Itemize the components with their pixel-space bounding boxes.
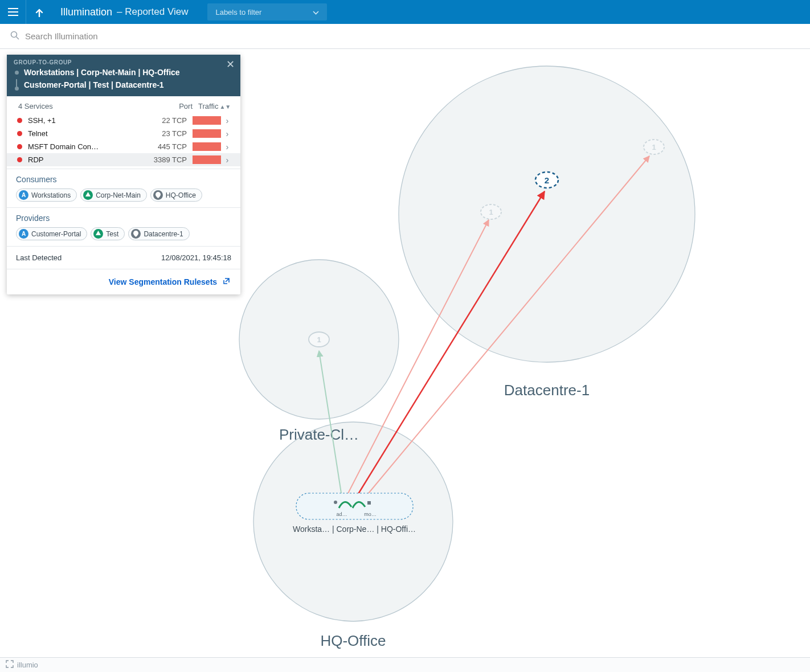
provider-chip[interactable]: Test [91,227,125,240]
page-title: Illumination [52,6,112,18]
location-label-hq-office: HQ-Office [320,632,386,649]
chip-label: Test [106,230,118,238]
service-port: 3389 TCP [144,155,193,164]
chip-label: Datacentre-1 [144,230,183,238]
status-dot-icon [17,131,22,136]
sort-icon: ▲▼ [219,104,231,110]
brand-label: illumio [17,661,38,669]
location-label-datacentre-1: Datacentre-1 [504,382,590,399]
svg-text:mo…: mo… [364,511,377,517]
providers-heading: Providers [16,214,231,223]
svg-text:ad…: ad… [336,511,347,517]
search-row [0,24,810,49]
svg-point-10 [334,501,337,504]
search-input[interactable] [25,31,253,41]
status-dot-icon [17,118,22,123]
svg-point-0 [11,32,17,38]
panel-caption: GROUP-TO-GROUP [14,59,234,65]
workload-node-2[interactable]: 2 [535,172,558,188]
col-traffic[interactable]: Traffic▲▼ [198,102,232,110]
menu-button[interactable] [0,0,26,24]
last-detected-value: 12/08/2021, 19:45:18 [161,253,231,262]
service-row[interactable]: Telnet 23 TCP › [7,127,240,140]
illumination-map[interactable]: Datacentre-1 Private-Cl… HQ-Office 2 1 1… [0,49,810,657]
service-row[interactable]: SSH, +1 22 TCP › [7,114,240,127]
topbar: Illumination – Reported View Labels to f… [0,0,810,24]
dest-endpoint: Customer-Portal | Test | Datacentre-1 [24,80,164,89]
chip-label: Customer-Portal [31,230,81,238]
filter-placeholder: Labels to filter [215,8,261,17]
traffic-bar [193,142,221,151]
consumers-heading: Consumers [16,175,231,184]
chip-label: HQ-Office [166,191,196,199]
svg-text:Worksta… | Corp-Ne… | HQ-Offi…: Worksta… | Corp-Ne… | HQ-Offi… [293,525,416,534]
last-detected-label: Last Detected [16,253,62,262]
status-dot-icon [17,157,22,162]
service-port: 22 TCP [144,116,193,125]
svg-text:1: 1 [652,143,656,151]
workload-node-pc1[interactable]: 1 [309,332,329,347]
consumer-chip[interactable]: HQ-Office [150,189,202,202]
service-row[interactable]: RDP 3389 TCP › [7,153,240,166]
location-circle-hq-office[interactable] [253,422,453,621]
chevron-right-icon[interactable]: › [221,129,234,138]
chevron-right-icon[interactable]: › [221,142,234,151]
provider-chip[interactable]: ACustomer-Portal [16,227,87,240]
svg-text:2: 2 [545,175,549,185]
service-port: 23 TCP [144,129,193,138]
provider-chip[interactable]: Datacentre-1 [128,227,189,240]
chevron-down-icon [313,8,319,17]
workload-group-hq[interactable]: ad… mo… Worksta… | Corp-Ne… | HQ-Offi… [293,493,416,534]
workload-node-1a[interactable]: 1 [481,204,501,219]
location-circle-datacentre-1[interactable] [399,66,695,362]
close-panel-button[interactable]: ✕ [226,58,235,71]
location-label-private-cloud: Private-Cl… [279,426,359,443]
service-name: RDP [28,155,144,164]
status-dot-icon [17,144,22,149]
service-name: MSFT Domain Con… [28,142,144,151]
services-count: 4 Services [18,102,149,110]
page-subtitle: – Reported View [112,6,188,18]
group-to-group-panel: GROUP-TO-GROUP Workstations | Corp-Net-M… [7,55,240,294]
view-rulesets-link[interactable]: View Segmentation Rulesets [109,277,230,286]
workload-node-1b[interactable]: 1 [644,140,664,154]
consumer-chip[interactable]: Corp-Net-Main [80,189,147,202]
back-button[interactable] [26,0,52,24]
service-name: Telnet [28,129,144,138]
service-row[interactable]: MSFT Domain Con… 445 TCP › [7,140,240,153]
chip-label: Workstations [31,191,71,199]
col-port: Port [149,102,198,110]
service-name: SSH, +1 [28,116,144,125]
service-port: 445 TCP [144,142,193,151]
chip-label: Corp-Net-Main [96,191,141,199]
expand-icon[interactable] [6,660,14,670]
chevron-right-icon[interactable]: › [221,116,234,125]
traffic-bar [193,129,221,138]
svg-rect-11 [367,501,371,505]
traffic-bar [193,155,221,164]
source-endpoint: Workstations | Corp-Net-Main | HQ-Office [24,68,180,77]
search-icon [10,31,19,42]
external-link-icon [223,277,230,286]
footer-bar: illumio [0,657,810,672]
services-table: 4 Services Port Traffic▲▼ SSH, +1 22 TCP… [7,96,240,169]
traffic-bar [193,116,221,125]
svg-text:1: 1 [317,335,321,344]
consumer-chip[interactable]: AWorkstations [16,189,77,202]
panel-header: GROUP-TO-GROUP Workstations | Corp-Net-M… [7,55,240,96]
svg-text:1: 1 [489,208,493,216]
chevron-right-icon[interactable]: › [221,155,234,165]
svg-rect-9 [296,493,413,519]
labels-filter-dropdown[interactable]: Labels to filter [207,3,327,21]
